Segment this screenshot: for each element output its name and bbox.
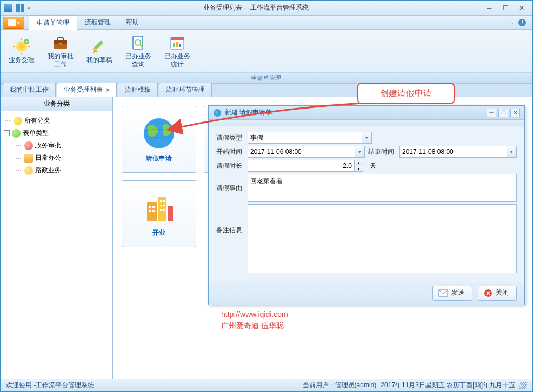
svg-rect-10: [58, 38, 63, 40]
spin-down-icon[interactable]: ▼: [355, 166, 363, 172]
tree-label: 所有分类: [24, 116, 50, 125]
doc-tab-label: 流程环节管理: [166, 85, 205, 94]
dropdown-icon[interactable]: ▾: [362, 132, 372, 144]
tree-node-office[interactable]: ⋯ 日常办公: [14, 152, 110, 164]
watermark-url: http://www.iqidi.com: [221, 309, 288, 320]
textarea-reason[interactable]: [248, 174, 517, 202]
doc-tab-template[interactable]: 流程模板: [118, 83, 158, 97]
label-end-time: 结束时间: [368, 147, 396, 157]
svg-rect-15: [133, 36, 143, 49]
tree-header: 业务分类: [1, 97, 112, 111]
watermark: http://www.iqidi.com 广州爱奇迪 伍华聪: [221, 309, 288, 332]
ribbon-label: 已办业务查询: [123, 52, 154, 68]
ribbon-done-query[interactable]: 已办业务查询: [122, 32, 155, 70]
svg-rect-33: [163, 200, 165, 202]
svg-rect-32: [160, 200, 162, 202]
doc-tab-approval[interactable]: 我的审批工作: [3, 83, 56, 97]
tree-node-all[interactable]: ⋯ 所有分类: [3, 114, 110, 127]
ribbon-done-stats[interactable]: 已办业务统计: [161, 32, 194, 70]
svg-rect-28: [149, 206, 151, 208]
maximize-button[interactable]: ☐: [498, 3, 513, 13]
tab-close-icon[interactable]: ×: [106, 86, 110, 94]
new-leave-dialog: 新建 请假申请单 ─ ☐ ✕ 请假类型 ▾ 开始时间 ▾: [208, 105, 525, 305]
tree-line-icon: ⋯: [4, 117, 11, 125]
tree-node-form-type[interactable]: − 表单类型: [3, 127, 110, 139]
tree-node-gov[interactable]: ⋯ 政务审批: [14, 139, 110, 152]
dialog-maximize-button[interactable]: ☐: [498, 109, 508, 117]
dropdown-icon[interactable]: ▾: [507, 146, 517, 158]
send-button[interactable]: 发送: [432, 286, 472, 301]
qat-grid-icon[interactable]: [16, 4, 24, 12]
ribbon-business-accept[interactable]: + 业务受理: [5, 32, 38, 70]
doc-tab-label: 业务受理列表: [64, 85, 103, 94]
textarea-remark[interactable]: [248, 204, 517, 273]
orb-icon: [8, 19, 16, 26]
dialog-toolbar: [209, 120, 524, 126]
card-open-business[interactable]: 开业: [122, 180, 196, 247]
info-icon[interactable]: i: [518, 19, 526, 26]
input-leave-type[interactable]: [248, 132, 362, 144]
doc-tab-step-mgmt[interactable]: 流程环节管理: [159, 83, 212, 97]
main-window: ▾ 业务受理列表 - -工作流平台管理系统 ─ ☐ ✕ ▾ 申请单管理 流程管理…: [0, 0, 533, 392]
window-controls: ─ ☐ ✕: [482, 3, 529, 13]
svg-rect-34: [160, 205, 162, 206]
close-red-icon: [484, 289, 492, 298]
input-start-time[interactable]: [248, 146, 355, 158]
svg-rect-25: [147, 202, 157, 221]
doc-tab-label: 流程模板: [125, 85, 151, 94]
status-user: 当前用户：管理员(admin): [303, 381, 377, 390]
dialog-minimize-button[interactable]: ─: [487, 109, 496, 117]
ribbon-my-approval[interactable]: 我的审批工作: [44, 32, 77, 70]
tree-node-road[interactable]: ⋯ 路政业务: [14, 164, 110, 177]
dialog-app-icon: [213, 109, 222, 117]
ribbon-group-requests: + 业务受理 我的审批工作 我的草稿 已办业务查询 已办业务统计: [1, 30, 532, 83]
close-button[interactable]: ✕: [514, 3, 529, 13]
label-start-time: 开始时间: [216, 147, 244, 157]
cancel-label: 关闭: [496, 288, 509, 298]
titlebar: ▾ 业务受理列表 - -工作流平台管理系统 ─ ☐ ✕: [1, 1, 532, 16]
ribbon: + 业务受理 我的审批工作 我的草稿 已办业务查询 已办业务统计: [1, 30, 532, 84]
doc-tab-label: 我的审批工作: [10, 85, 49, 94]
dialog-titlebar[interactable]: 新建 请假申请单 ─ ☐ ✕: [209, 106, 524, 120]
statusbar: 欢迎使用 -工作流平台管理系统 当前用户：管理员(admin) 2017年11月…: [1, 379, 532, 391]
dropdown-icon[interactable]: ▾: [355, 146, 365, 158]
menu-tab-requests[interactable]: 申请单管理: [29, 15, 77, 30]
tree-body: ⋯ 所有分类 − 表单类型 ⋯ 政务审批: [1, 111, 112, 379]
qat-save-icon[interactable]: [4, 4, 12, 12]
svg-rect-11: [59, 43, 62, 44]
tree-line-icon: ⋯: [15, 167, 22, 174]
tree-label: 表单类型: [23, 129, 49, 138]
resize-grip-icon[interactable]: [519, 382, 527, 389]
ribbon-my-draft[interactable]: 我的草稿: [83, 32, 116, 70]
card-leave-request[interactable]: 请假申请: [122, 106, 196, 173]
svg-rect-27: [168, 206, 173, 221]
input-duration[interactable]: [248, 160, 355, 172]
pencil-icon: [91, 38, 108, 55]
gear-green-icon: [12, 129, 21, 138]
cancel-button[interactable]: 关闭: [478, 286, 517, 301]
tree-collapse-icon[interactable]: −: [4, 130, 10, 136]
svg-rect-13: [94, 40, 103, 50]
dialog-body: 请假类型 ▾ 开始时间 ▾ 结束时间 ▾ 请假时长: [209, 126, 524, 281]
svg-rect-29: [152, 206, 155, 208]
spin-up-icon[interactable]: ▲: [355, 160, 363, 166]
minimize-button[interactable]: ─: [482, 3, 497, 13]
menu-tab-help[interactable]: 帮助: [118, 15, 146, 30]
tree-line-icon: ⋯: [15, 142, 22, 150]
note-icon: [24, 154, 33, 163]
svg-rect-26: [158, 197, 166, 221]
briefcase-icon: [52, 34, 69, 51]
menu-tab-process[interactable]: 流程管理: [77, 15, 118, 30]
ribbon-label: 业务受理: [9, 56, 35, 64]
svg-rect-19: [171, 37, 184, 40]
app-orb-button[interactable]: ▾: [3, 17, 24, 29]
tree-label: 日常办公: [35, 153, 61, 163]
dialog-close-button[interactable]: ✕: [510, 109, 520, 117]
ribbon-collapse-icon[interactable]: ⌵: [510, 20, 513, 25]
status-date: 2017年11月3日星期五 农历丁酉[鸡]年九月十五: [381, 381, 515, 390]
input-end-time[interactable]: [399, 146, 507, 158]
svg-text:+: +: [25, 39, 28, 44]
doc-tab-accept-list[interactable]: 业务受理列表×: [57, 83, 117, 97]
svg-rect-21: [176, 42, 178, 47]
sun-new-icon: +: [13, 38, 30, 55]
